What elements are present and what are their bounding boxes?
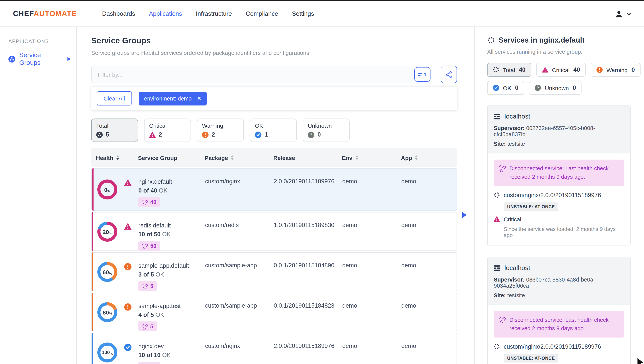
main-content: Service Groups Service groups are Habita… [77,27,474,364]
row-release-cell: 2.0.0/20190115189976 [274,169,342,210]
primary-nav: DashboardsApplicationsInfrastructureComp… [102,10,314,17]
service-group-row[interactable]: 100%nginx.dev 10 of 10 OK 10custom/nginx… [91,333,457,364]
service-group-row[interactable]: 80%sample-app.test 4 of 5 OK 5custom/sam… [91,293,457,331]
nav-item-compliance[interactable]: Compliance [246,10,278,17]
service-group-row[interactable]: 20%redis.default 10 of 50 OK 50custom/re… [91,212,457,251]
disconnected-count-badge[interactable]: 50 [138,241,160,251]
health-percent-label: 0% [97,179,118,200]
status-card-warning[interactable]: Warning2 [197,119,244,142]
status-card-count: 0 [318,131,321,138]
row-status-icon [124,303,132,312]
filter-toggle-button[interactable]: 1 [414,67,430,82]
status-card-count-row: 2 [202,131,239,138]
site-name: testsite [507,141,525,147]
column-header-label: Service Group [138,154,177,161]
service-group-row[interactable]: 0%nginx.default 0 of 40 OK 40custom/ngin… [91,168,457,211]
services-panel: Services in nginx.default All services r… [474,27,644,364]
panel-badge-label: OK [503,85,511,91]
close-icon[interactable]: ✕ [197,96,201,101]
panel-badge-unknown[interactable]: ?Unknown0 [529,81,582,95]
server-icon [494,113,501,120]
column-header-health[interactable]: Health [91,154,138,161]
disconnected-count-badge[interactable]: 10 [138,362,160,364]
row-package-cell: custom/nginx [205,169,274,210]
disconnected-alert: Disconnected service: Last health check … [494,311,624,337]
disconnected-link-icon [142,243,148,249]
top-nav: CHEFAUTOMATE DashboardsApplicationsInfra… [0,1,644,27]
row-status-accent [92,168,94,211]
server-icon [494,265,501,272]
column-header-package[interactable]: Package [205,154,273,161]
nav-item-dashboards[interactable]: Dashboards [102,10,135,17]
caret-right-icon [68,57,70,61]
service-card-body: Disconnected service: Last health check … [488,305,630,364]
service-health-label: Critical [504,216,521,222]
status-card-count: 2 [159,131,162,138]
filter-funnel-icon [418,73,423,76]
panel-badge-count: 0 [632,66,635,73]
disconnected-count-badge[interactable]: 5 [138,321,157,331]
panel-badge-label: Unknown [545,85,569,91]
nav-item-applications[interactable]: Applications [149,10,182,17]
disconnected-link-icon [499,165,506,172]
status-card-count-row: 2 [149,131,186,138]
row-package-cell: custom/nginx [205,333,274,364]
column-header-service-group: Service Group [138,154,205,161]
update-strategy-badge: UNSTABLE: AT-ONCE [504,203,558,211]
status-card-label: Warning [202,122,239,129]
sort-arrows-icon [231,155,234,160]
panel-badge-warning[interactable]: Warning0 [591,63,640,77]
status-card-label: Unknown [308,122,344,129]
status-card-critical[interactable]: Critical2 [144,119,191,142]
service-group-row[interactable]: 60%sample-app.default 3 of 5 OK 5custom/… [91,252,457,291]
sidebar: APPLICATIONS Service Groups [0,27,77,364]
row-status-accent [92,212,93,251]
status-card-label: OK [255,122,292,129]
column-header-label: Package [205,154,228,161]
row-service-group-cell: sample-app.default 3 of 5 OK 5 [138,253,205,291]
filter-input-container: 1 [91,66,432,83]
service-since-text: Since the service was loaded, 2 months 9… [504,226,624,238]
column-header-env[interactable]: Env [342,154,401,161]
nav-item-settings[interactable]: Settings [292,10,314,17]
package-dots-icon [493,67,499,73]
column-header-label: App [401,154,412,161]
ok-ratio: 10 of 10 OK [138,351,205,359]
panel-badge-total[interactable]: Total40 [487,63,531,77]
critical-icon [542,67,548,73]
share-button[interactable] [441,66,457,83]
status-card-total[interactable]: Total5 [91,119,138,142]
panel-badge-row: Total40Critical40Warning0 [487,63,630,77]
panel-status-badges: Total40Critical40Warning0OK0?Unknown0 [487,63,630,95]
host-name: localhost [504,113,530,120]
ok-icon [493,85,499,91]
disconnected-count-badge[interactable]: 40 [138,197,160,207]
row-service-group-cell: sample-app.test 4 of 5 OK 5 [138,293,205,331]
disconnected-link-icon [142,283,148,289]
clear-all-button[interactable]: Clear All [96,91,132,106]
disconnected-count-badge[interactable]: 5 [138,281,157,291]
nav-item-infrastructure[interactable]: Infrastructure [196,10,232,17]
filter-chip[interactable]: environment: demo✕ [139,92,206,105]
sidebar-item-service-groups[interactable]: Service Groups [8,51,70,67]
package-dots-icon [494,192,500,198]
status-card-count-row: 5 [96,131,133,138]
panel-title-row: Services in nginx.default [487,36,630,45]
status-card-unknown[interactable]: Unknown?0 [303,119,350,142]
unknown-icon: ? [308,131,314,138]
supervisor-row: Supervisor: 083b07ca-5830-4a8d-be0a-9034… [494,276,624,289]
user-menu[interactable] [614,10,631,18]
unknown-icon: ? [535,85,541,91]
chef-automate-logo[interactable]: CHEFAUTOMATE [13,10,77,18]
panel-badge-ok[interactable]: OK0 [487,81,524,95]
disconnected-link-icon [142,323,148,329]
status-card-ok[interactable]: OK1 [250,119,297,142]
panel-badge-critical[interactable]: Critical40 [536,63,586,77]
status-card-count: 5 [106,131,109,138]
filter-input[interactable] [97,71,414,78]
column-header-app[interactable]: App [401,154,457,161]
service-groups-table: 0%nginx.default 0 of 40 OK 40custom/ngin… [91,168,457,364]
svg-text:?: ? [537,86,539,90]
row-health-cell: 60% [92,253,138,291]
critical-icon [494,216,500,222]
